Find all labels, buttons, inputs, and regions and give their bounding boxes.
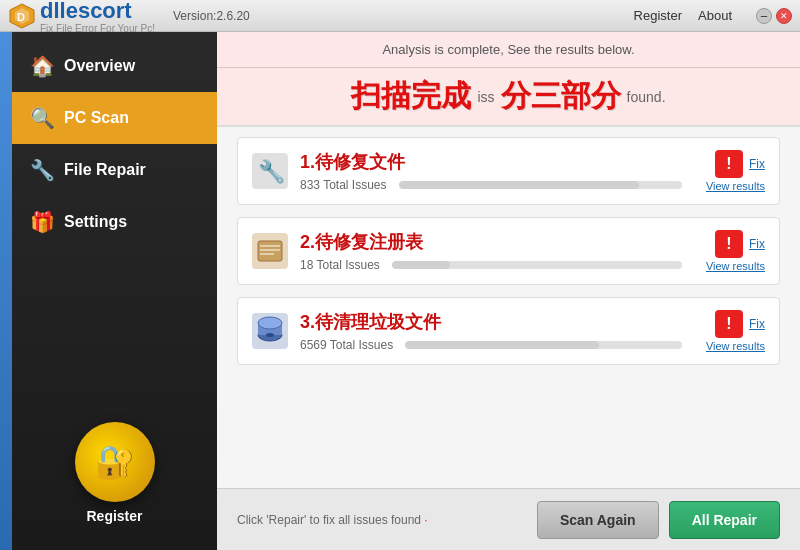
scan-again-button[interactable]: Scan Again (537, 501, 659, 539)
title-bar-right: Register About ─ ✕ (634, 8, 792, 24)
bottom-hint: Click 'Repair' to fix all issues found · (237, 513, 428, 527)
registry-view-link[interactable]: View results (706, 260, 765, 272)
disk-icon (252, 313, 288, 349)
svg-text:🔧: 🔧 (258, 158, 286, 185)
scan-issues-middle: iss (477, 89, 494, 105)
left-accent-strip (0, 32, 12, 550)
sidebar-label-settings: Settings (64, 213, 127, 231)
overview-icon: 🏠 (30, 54, 54, 78)
window-controls: ─ ✕ (756, 8, 792, 24)
file-repair-progress (399, 181, 682, 189)
about-link[interactable]: About (698, 8, 732, 23)
svg-rect-7 (260, 245, 280, 247)
registry-actions: ! Fix View results (706, 230, 765, 272)
settings-icon: 🎁 (30, 210, 54, 234)
scan-complete-overlay: 扫描完成 iss 分三部分 found. (217, 68, 800, 127)
registry-icon (252, 233, 288, 269)
svg-rect-8 (260, 249, 280, 251)
register-link[interactable]: Register (634, 8, 682, 23)
content-area: Analysis is complete, See the results be… (217, 32, 800, 550)
file-repair-progress-fill (399, 181, 640, 189)
scan-complete-part2: 分三部分 (501, 76, 621, 117)
bottom-bar: Click 'Repair' to fix all issues found ·… (217, 488, 800, 550)
sidebar-label-overview: Overview (64, 57, 135, 75)
result-card-disk: 3.待清理垃圾文件 6569 Total Issues ! Fix (237, 297, 780, 365)
notice-bar: Analysis is complete, See the results be… (217, 32, 800, 68)
sidebar-label-filerepair: File Repair (64, 161, 146, 179)
file-repair-view-link[interactable]: View results (706, 180, 765, 192)
result-card-registry: 2.待修复注册表 18 Total Issues ! Fix (237, 217, 780, 285)
register-badge[interactable]: 🔐 Register (12, 406, 217, 540)
logo-icon: D (8, 2, 36, 30)
app-logo: D dllescort Fix File Error For Your Pc! (8, 0, 155, 34)
register-lock-icon: 🔐 (75, 422, 155, 502)
title-bar-left: D dllescort Fix File Error For Your Pc! … (8, 0, 250, 34)
minimize-button[interactable]: ─ (756, 8, 772, 24)
brand-text: dllescort Fix File Error For Your Pc! (40, 0, 155, 34)
register-badge-label: Register (86, 508, 142, 524)
file-repair-meta: 833 Total Issues (300, 178, 694, 192)
file-repair-alert-badge: ! (715, 150, 743, 178)
bottom-buttons: Scan Again All Repair (537, 501, 780, 539)
svg-rect-9 (260, 253, 274, 255)
disk-alert-badge: ! (715, 310, 743, 338)
disk-fix-button[interactable]: Fix (749, 317, 765, 331)
sidebar: 🏠 Overview 🔍 PC Scan 🔧 File Repair 🎁 Set… (12, 32, 217, 550)
file-repair-count: 833 Total Issues (300, 178, 387, 192)
all-repair-button[interactable]: All Repair (669, 501, 780, 539)
main-layout: 🏠 Overview 🔍 PC Scan 🔧 File Repair 🎁 Set… (0, 32, 800, 550)
registry-alert-badge: ! (715, 230, 743, 258)
file-repair-icon: 🔧 (252, 153, 288, 189)
registry-info: 2.待修复注册表 18 Total Issues (300, 230, 694, 272)
svg-point-13 (258, 317, 282, 329)
registry-title: 2.待修复注册表 (300, 230, 694, 254)
results-container: 🔧 1.待修复文件 833 Total Issues ! (217, 127, 800, 488)
version-label: Version:2.6.20 (173, 9, 250, 23)
disk-info: 3.待清理垃圾文件 6569 Total Issues (300, 310, 694, 352)
registry-progress (392, 261, 682, 269)
disk-meta: 6569 Total Issues (300, 338, 694, 352)
sidebar-item-overview[interactable]: 🏠 Overview (12, 40, 217, 92)
scan-complete-main: 扫描完成 (351, 76, 471, 117)
disk-count: 6569 Total Issues (300, 338, 393, 352)
file-repair-title: 1.待修复文件 (300, 150, 694, 174)
disk-title: 3.待清理垃圾文件 (300, 310, 694, 334)
registry-meta: 18 Total Issues (300, 258, 694, 272)
sidebar-item-filerepair[interactable]: 🔧 File Repair (12, 144, 217, 196)
disk-progress-fill (405, 341, 599, 349)
disk-progress (405, 341, 682, 349)
hint-dot: · (424, 513, 427, 527)
disk-actions: ! Fix View results (706, 310, 765, 352)
scan-issues-end: found. (627, 89, 666, 105)
close-button[interactable]: ✕ (776, 8, 792, 24)
pcscan-icon: 🔍 (30, 106, 54, 130)
title-bar: D dllescort Fix File Error For Your Pc! … (0, 0, 800, 32)
brand-name: dllescort (40, 0, 132, 23)
result-card-file-repair: 🔧 1.待修复文件 833 Total Issues ! (237, 137, 780, 205)
sidebar-item-settings[interactable]: 🎁 Settings (12, 196, 217, 248)
filerepair-icon: 🔧 (30, 158, 54, 182)
registry-progress-fill (392, 261, 450, 269)
svg-point-14 (266, 333, 274, 337)
notice-text: Analysis is complete, See the results be… (382, 42, 634, 57)
file-repair-info: 1.待修复文件 833 Total Issues (300, 150, 694, 192)
registry-fix-button[interactable]: Fix (749, 237, 765, 251)
file-repair-fix-button[interactable]: Fix (749, 157, 765, 171)
sidebar-label-pcscan: PC Scan (64, 109, 129, 127)
registry-count: 18 Total Issues (300, 258, 380, 272)
lock-emoji: 🔐 (95, 443, 135, 481)
svg-text:D: D (17, 11, 25, 23)
sidebar-item-pcscan[interactable]: 🔍 PC Scan (12, 92, 217, 144)
file-repair-actions: ! Fix View results (706, 150, 765, 192)
disk-view-link[interactable]: View results (706, 340, 765, 352)
